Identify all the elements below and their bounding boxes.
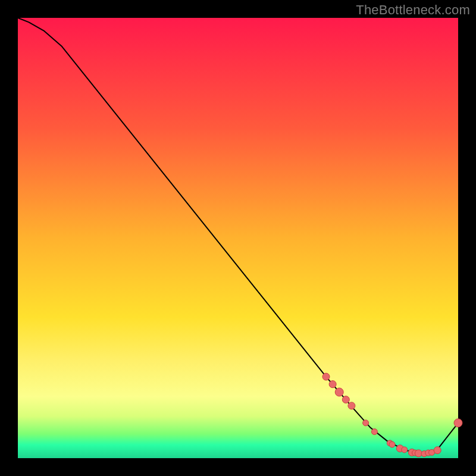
data-marker xyxy=(342,396,349,403)
data-marker xyxy=(329,381,336,388)
chart-svg xyxy=(0,0,476,476)
data-marker xyxy=(389,441,395,447)
data-marker xyxy=(322,373,330,380)
data-marker xyxy=(371,429,377,435)
data-marker xyxy=(335,388,343,396)
chart-stage: TheBottleneck.com xyxy=(0,0,476,476)
data-marker xyxy=(348,402,355,409)
data-marker xyxy=(402,447,408,453)
data-marker xyxy=(454,419,462,427)
plot-area xyxy=(18,18,458,458)
data-marker xyxy=(434,447,441,454)
data-marker xyxy=(363,420,369,426)
